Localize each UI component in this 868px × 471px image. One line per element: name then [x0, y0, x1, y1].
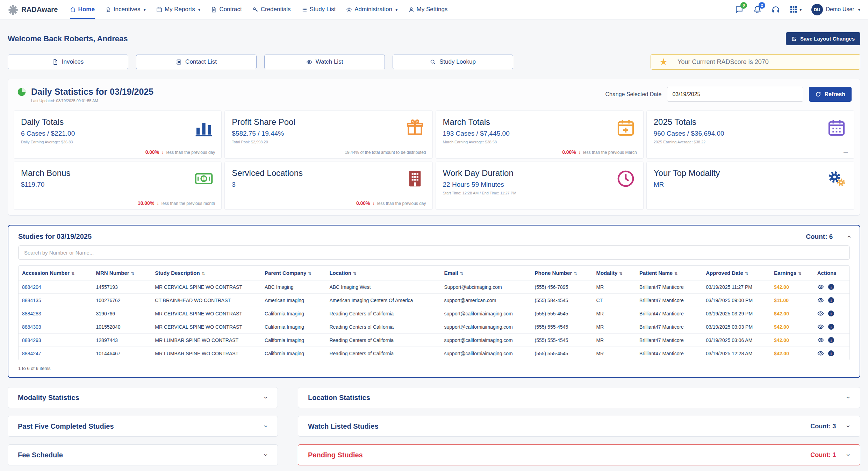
- nav-item-home[interactable]: Home: [70, 0, 95, 19]
- study-description: MR LUMBAR SPINE WO CONTRAST: [151, 347, 261, 360]
- accession-number[interactable]: 8884283: [19, 307, 93, 320]
- calendar-year-icon: [827, 118, 846, 137]
- view-study-icon[interactable]: [817, 337, 824, 343]
- panel-location-statistics[interactable]: Location Statistics: [298, 387, 860, 408]
- stat-percent: 10.00%: [138, 200, 154, 206]
- user-menu[interactable]: DU Demo User: [811, 4, 860, 15]
- panel-pending-studies[interactable]: Pending Studies Count: 1: [298, 444, 860, 465]
- col-phone-number[interactable]: Phone Number: [531, 266, 593, 280]
- study-info-icon[interactable]: [828, 350, 834, 356]
- chevron-down-icon[interactable]: [265, 394, 268, 401]
- study-info-icon[interactable]: [828, 337, 834, 343]
- view-study-icon[interactable]: [817, 350, 824, 357]
- email: support@american.com: [440, 294, 531, 307]
- refresh-button[interactable]: Refresh: [809, 87, 852, 102]
- col-study-description[interactable]: Study Description: [151, 266, 261, 280]
- study-info-icon[interactable]: [828, 324, 834, 330]
- parent-company: California Imaging: [261, 320, 326, 334]
- save-layout-button[interactable]: Save Layout Changes: [786, 32, 860, 45]
- location: Reading Centers of California: [326, 307, 440, 320]
- studies-search-input[interactable]: [18, 245, 850, 260]
- view-study-icon[interactable]: [817, 323, 824, 330]
- nav-label: Incentives: [114, 6, 141, 13]
- apps-menu-button[interactable]: [790, 6, 802, 13]
- view-study-icon[interactable]: [817, 284, 824, 290]
- parent-company: California Imaging: [261, 307, 326, 320]
- approved-date: 03/19/2025 03:06 AM: [702, 334, 770, 347]
- stat-value: 22 Hours 59 Minutes: [443, 181, 636, 188]
- study-info-icon[interactable]: [828, 284, 834, 290]
- stat-title: Work Day Duration: [443, 168, 636, 178]
- col-email[interactable]: Email: [440, 266, 531, 280]
- notifications-button[interactable]: 2: [753, 5, 762, 14]
- brand[interactable]: RADAware: [8, 4, 58, 15]
- selected-date-input[interactable]: [667, 87, 803, 102]
- study-lookup-button[interactable]: Study Lookup: [393, 55, 513, 69]
- view-study-icon[interactable]: [817, 297, 824, 304]
- col-location[interactable]: Location: [326, 266, 440, 280]
- stat-note: 19.44% of the total amount to be distrib…: [345, 150, 426, 155]
- support-button[interactable]: [771, 5, 780, 14]
- chevron-down-icon[interactable]: [265, 451, 268, 458]
- stat-card-profit-share-pool: Profit Share Pool $582.75 / 19.44% Total…: [224, 110, 432, 159]
- headset-icon: [771, 5, 780, 14]
- nav-item-contract[interactable]: Contract: [211, 0, 242, 19]
- approved-date: 03/19/2025 03:29 PM: [702, 307, 770, 320]
- watch-list-button[interactable]: Watch List: [264, 55, 385, 69]
- nav-label: My Reports: [165, 6, 195, 13]
- panel-watch-listed-studies[interactable]: Watch Listed Studies Count: 3: [298, 416, 860, 437]
- col-parent-company[interactable]: Parent Company: [261, 266, 326, 280]
- nav-label: Administration: [354, 6, 392, 13]
- chevron-down-icon[interactable]: [848, 451, 850, 458]
- accession-number[interactable]: 8884135: [19, 294, 93, 307]
- view-study-icon[interactable]: [817, 310, 824, 317]
- col-mrn-number[interactable]: MRN Number: [93, 266, 152, 280]
- chat-button[interactable]: 0: [735, 5, 744, 14]
- study-description: MR LUMBAR SPINE WO CONTRAST: [151, 334, 261, 347]
- collapse-chevron-icon[interactable]: [847, 233, 850, 240]
- chevron-down-icon[interactable]: [265, 423, 268, 430]
- nav-item-administration[interactable]: Administration: [346, 0, 397, 19]
- panel-fee-schedule[interactable]: Fee Schedule: [8, 444, 278, 465]
- contact-list-button[interactable]: Contact List: [136, 55, 257, 69]
- save-icon: [791, 36, 797, 42]
- location: American Imaging Centers Of America: [326, 294, 440, 307]
- accession-number[interactable]: 8884247: [19, 347, 93, 360]
- panel-modality-statistics[interactable]: Modality Statistics: [8, 387, 278, 408]
- col-patient-name[interactable]: Patient Name: [636, 266, 702, 280]
- stat-value: 6 Cases / $221.00: [21, 130, 214, 137]
- nav-item-incentives[interactable]: Incentives: [105, 0, 146, 19]
- parent-company: American Imaging: [261, 294, 326, 307]
- phone-number: (555) 555-4545: [531, 307, 593, 320]
- bottom-panels: Modality Statistics Past Five Completed …: [0, 378, 868, 471]
- gear-icon: [346, 7, 352, 13]
- accession-number[interactable]: 8884204: [19, 280, 93, 294]
- study-info-icon[interactable]: [828, 311, 834, 316]
- studies-count: Count: 6: [806, 233, 833, 241]
- contract-icon: [211, 7, 217, 13]
- study-info-icon[interactable]: [828, 297, 834, 303]
- panel-past-five-completed-studies[interactable]: Past Five Completed Studies: [8, 416, 278, 437]
- nav-item-my-settings[interactable]: My Settings: [408, 0, 448, 19]
- chevron-down-icon[interactable]: [848, 394, 850, 401]
- earnings: $42.00: [770, 334, 814, 347]
- quick-actions-row: Invoices Contact List Watch List Study L…: [0, 54, 868, 70]
- patient-name: Brilliant47 Manticore: [636, 307, 702, 320]
- stat-card-2025-totals: 2025 Totals 960 Cases / $36,694.00 2025 …: [646, 110, 854, 159]
- stat-note: less than the previous day: [166, 150, 215, 155]
- accession-number[interactable]: 8884303: [19, 320, 93, 334]
- location: Reading Centers of California: [326, 347, 440, 360]
- col-modality[interactable]: Modality: [593, 266, 636, 280]
- svg-text:1: 1: [202, 176, 206, 182]
- col-accession-number[interactable]: Accession Number: [19, 266, 93, 280]
- col-earnings[interactable]: Earnings: [770, 266, 814, 280]
- chevron-down-icon[interactable]: [848, 423, 850, 430]
- email: support@californiaimaging.com: [440, 334, 531, 347]
- phone-number: (555) 456-7895: [531, 280, 593, 294]
- col-approved-date[interactable]: Approved Date: [702, 266, 770, 280]
- invoices-button[interactable]: Invoices: [8, 55, 128, 69]
- nav-item-credentials[interactable]: Credentials: [252, 0, 291, 19]
- accession-number[interactable]: 8884293: [19, 334, 93, 347]
- nav-item-study-list[interactable]: Study List: [301, 0, 336, 19]
- nav-item-my-reports[interactable]: My Reports: [156, 0, 200, 19]
